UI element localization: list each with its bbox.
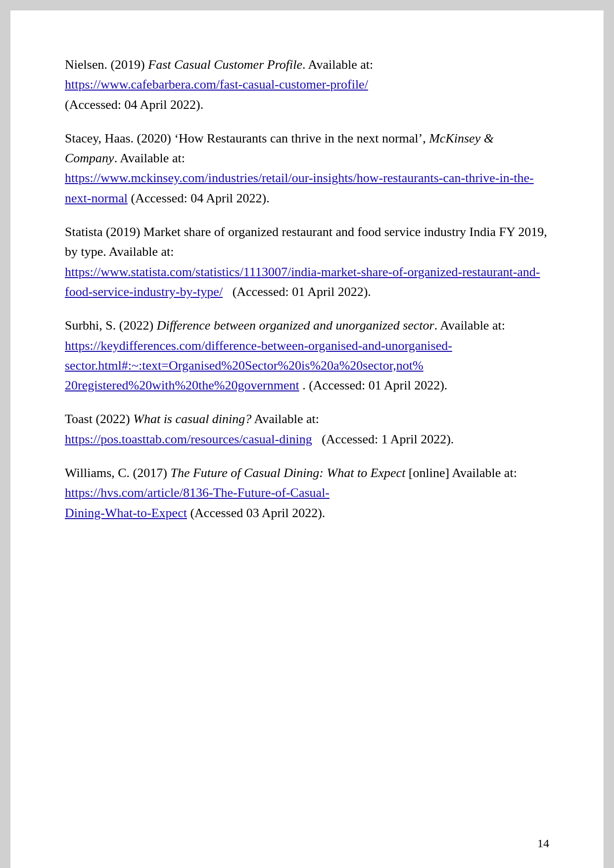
reference-williams-prefix: Williams, C. (2017) [65, 466, 170, 480]
reference-toast-title: What is casual dining? [133, 412, 251, 426]
references-list: Nielsen. (2019) Fast Casual Customer Pro… [65, 55, 549, 523]
reference-nielsen: Nielsen. (2019) Fast Casual Customer Pro… [65, 55, 549, 115]
reference-statista: Statista (2019) Market share of organize… [65, 222, 549, 302]
reference-williams-suffix1: [online] Available at: [405, 466, 517, 480]
reference-nielsen-accessed: (Accessed: 04 April 2022). [65, 97, 203, 112]
reference-surbhi-title: Difference between organized and unorgan… [157, 318, 434, 333]
reference-stacey-suffix1: . Available at: [114, 151, 185, 165]
reference-toast-accessed: (Accessed: 1 April 2022). [315, 432, 454, 446]
reference-williams: Williams, C. (2017) The Future of Casual… [65, 463, 549, 523]
reference-statista-prefix: Statista (2019) Market share of organize… [65, 225, 547, 259]
reference-stacey-haas: Stacey, Haas. (2020) ‘How Restaurants ca… [65, 129, 549, 208]
reference-williams-title: The Future of Casual Dining: What to Exp… [170, 466, 405, 480]
reference-surbhi-accessed: . (Accessed: 01 April 2022). [302, 378, 447, 392]
reference-nielsen-prefix: Nielsen. (2019) [65, 57, 148, 72]
reference-stacey-prefix: Stacey, Haas. (2020) ‘How Restaurants ca… [65, 131, 429, 145]
reference-toast-prefix: Toast (2022) [65, 412, 133, 426]
page: Nielsen. (2019) Fast Casual Customer Pro… [10, 10, 604, 868]
reference-surbhi-prefix: Surbhi, S. (2022) [65, 318, 157, 333]
reference-statista-accessed: (Accessed: 01 April 2022). [226, 285, 371, 299]
reference-toast-link[interactable]: https://pos.toasttab.com/resources/casua… [65, 432, 312, 446]
reference-nielsen-suffix1: . Available at: [302, 57, 373, 72]
reference-williams-accessed: (Accessed 03 April 2022). [187, 506, 325, 520]
reference-toast-suffix1: Available at: [251, 412, 319, 426]
reference-toast: Toast (2022) What is casual dining? Avai… [65, 409, 549, 449]
reference-surbhi-suffix1: . Available at: [434, 318, 505, 333]
reference-surbhi: Surbhi, S. (2022) Difference between org… [65, 316, 549, 395]
reference-nielsen-link[interactable]: https://www.cafebarbera.com/fast-casual-… [65, 77, 368, 92]
page-number: 14 [537, 837, 549, 850]
reference-nielsen-title: Fast Casual Customer Profile [148, 57, 302, 72]
reference-stacey-accessed: (Accessed: 04 April 2022). [131, 191, 270, 205]
